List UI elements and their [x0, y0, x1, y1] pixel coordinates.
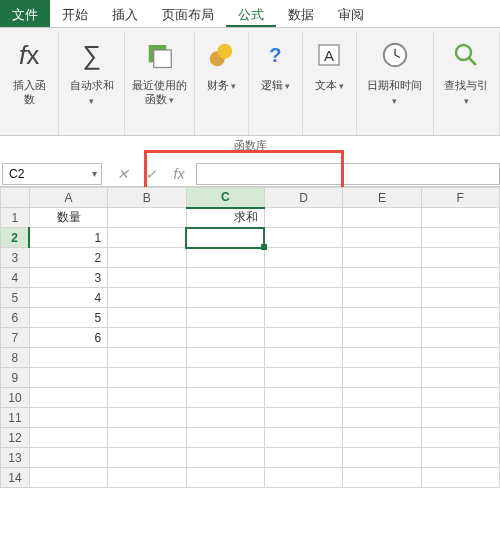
row-header-2[interactable]: 2 [1, 228, 30, 248]
cell[interactable] [108, 468, 186, 488]
row-header-7[interactable]: 7 [1, 328, 30, 348]
cell[interactable] [108, 448, 186, 468]
row-header-12[interactable]: 12 [1, 428, 30, 448]
cell-E2[interactable] [343, 228, 421, 248]
group-financial[interactable]: 财务 [195, 32, 249, 135]
cell[interactable] [264, 368, 342, 388]
row-header-11[interactable]: 11 [1, 408, 30, 428]
row-header-14[interactable]: 14 [1, 468, 30, 488]
cell-A7[interactable]: 6 [29, 328, 107, 348]
row-header-8[interactable]: 8 [1, 348, 30, 368]
cell[interactable] [421, 408, 499, 428]
cell[interactable] [421, 448, 499, 468]
group-lookup[interactable]: 查找与引 [434, 32, 500, 135]
cancel-button[interactable]: ✕ [114, 166, 132, 182]
row-header-9[interactable]: 9 [1, 368, 30, 388]
cell-B7[interactable] [108, 328, 186, 348]
cell-B4[interactable] [108, 268, 186, 288]
name-box[interactable]: C2 ▾ [2, 163, 102, 185]
cell-A4[interactable]: 3 [29, 268, 107, 288]
cell[interactable] [29, 448, 107, 468]
cell[interactable] [29, 408, 107, 428]
cell-E1[interactable] [343, 208, 421, 228]
cell[interactable] [108, 348, 186, 368]
cell-C7[interactable] [186, 328, 264, 348]
cell[interactable] [29, 348, 107, 368]
cell-B2[interactable] [108, 228, 186, 248]
cell[interactable] [186, 428, 264, 448]
cell[interactable] [343, 388, 421, 408]
cell-B5[interactable] [108, 288, 186, 308]
cell-B6[interactable] [108, 308, 186, 328]
tab-home[interactable]: 开始 [50, 0, 100, 27]
tab-insert[interactable]: 插入 [100, 0, 150, 27]
cell[interactable] [264, 408, 342, 428]
cell[interactable] [186, 448, 264, 468]
cell-A5[interactable]: 4 [29, 288, 107, 308]
col-header-C[interactable]: C [186, 188, 264, 208]
cell-D4[interactable] [264, 268, 342, 288]
cell[interactable] [264, 448, 342, 468]
fx-button[interactable]: fx [170, 166, 188, 182]
row-header-3[interactable]: 3 [1, 248, 30, 268]
cell[interactable] [421, 468, 499, 488]
group-autosum[interactable]: ∑ 自动求和 [59, 32, 125, 135]
cell[interactable] [421, 428, 499, 448]
enter-button[interactable]: ✓ [142, 166, 160, 182]
cell-B1[interactable] [108, 208, 186, 228]
cell[interactable] [343, 368, 421, 388]
cell-D3[interactable] [264, 248, 342, 268]
cell-E4[interactable] [343, 268, 421, 288]
cell-F2[interactable] [421, 228, 499, 248]
cell-C5[interactable] [186, 288, 264, 308]
col-header-A[interactable]: A [29, 188, 107, 208]
cell-E3[interactable] [343, 248, 421, 268]
cell-A2[interactable]: 1 [29, 228, 107, 248]
cell-C3[interactable] [186, 248, 264, 268]
cell-D2[interactable] [264, 228, 342, 248]
cell[interactable] [186, 468, 264, 488]
cell[interactable] [29, 428, 107, 448]
cell-D1[interactable] [264, 208, 342, 228]
group-text[interactable]: A 文本 [303, 32, 357, 135]
cell[interactable] [264, 468, 342, 488]
col-header-B[interactable]: B [108, 188, 186, 208]
cell-D7[interactable] [264, 328, 342, 348]
cell[interactable] [29, 388, 107, 408]
cell[interactable] [264, 388, 342, 408]
cell[interactable] [343, 348, 421, 368]
cell-C2[interactable] [186, 228, 264, 248]
cell-C4[interactable] [186, 268, 264, 288]
tab-file[interactable]: 文件 [0, 0, 50, 27]
group-insert-function[interactable]: fx 插入函数 [0, 32, 59, 135]
cell-F5[interactable] [421, 288, 499, 308]
group-recently-used[interactable]: 最近使用的 函数 [125, 32, 195, 135]
cell[interactable] [186, 368, 264, 388]
select-all-corner[interactable] [1, 188, 30, 208]
cell-F7[interactable] [421, 328, 499, 348]
cell[interactable] [421, 368, 499, 388]
group-logical[interactable]: ? 逻辑 [249, 32, 303, 135]
cell[interactable] [186, 348, 264, 368]
cell[interactable] [264, 348, 342, 368]
cell-F3[interactable] [421, 248, 499, 268]
cell-C1[interactable]: 求和 [186, 208, 264, 228]
tab-page-layout[interactable]: 页面布局 [150, 0, 226, 27]
row-header-6[interactable]: 6 [1, 308, 30, 328]
cell[interactable] [108, 368, 186, 388]
row-header-13[interactable]: 13 [1, 448, 30, 468]
cell-B3[interactable] [108, 248, 186, 268]
col-header-F[interactable]: F [421, 188, 499, 208]
cell-A1[interactable]: 数量 [29, 208, 107, 228]
cell[interactable] [343, 428, 421, 448]
col-header-D[interactable]: D [264, 188, 342, 208]
cell-A6[interactable]: 5 [29, 308, 107, 328]
row-header-10[interactable]: 10 [1, 388, 30, 408]
cell[interactable] [343, 408, 421, 428]
cell[interactable] [29, 368, 107, 388]
col-header-E[interactable]: E [343, 188, 421, 208]
tab-formulas[interactable]: 公式 [226, 0, 276, 27]
cell[interactable] [108, 408, 186, 428]
cell-E5[interactable] [343, 288, 421, 308]
cell-C6[interactable] [186, 308, 264, 328]
